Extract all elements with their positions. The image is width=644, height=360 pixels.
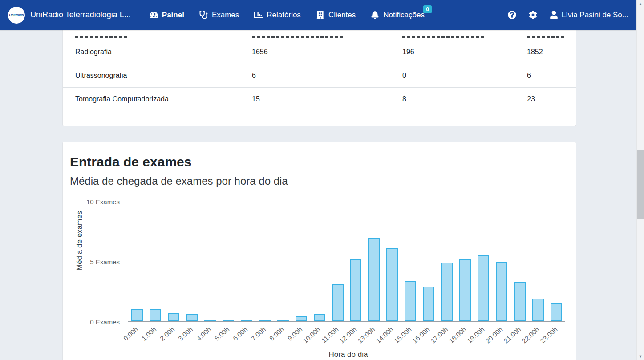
x-axis-tick-label: 19:00h [466,325,486,344]
notifications-badge: 0 [423,5,432,13]
bar-0:00h[interactable] [131,309,143,321]
bell-icon [371,11,379,19]
user-menu[interactable]: Lívia Pasini de So... [550,11,628,20]
bar-15:00h[interactable] [405,281,416,321]
bar-14:00h[interactable] [386,248,398,321]
clipped-header-text [75,36,128,38]
nav-label: Painel [162,11,184,20]
table-header-clipped [63,30,576,40]
table-cell-value: 6 [527,72,576,80]
x-axis-tick-label: 16:00h [411,325,431,344]
user-name: Lívia Pasini de So... [562,11,628,20]
bar-23:00h[interactable] [551,303,562,321]
bar-4:00h[interactable] [204,320,216,321]
brand[interactable]: UniRadio UniRadio Telerradiologia L... [8,7,131,24]
bar-13:00h[interactable] [368,238,380,321]
y-axis-tick-label: 5 Exames [90,258,120,266]
scroll-up-button[interactable]: ▲ [637,0,644,8]
bar-9:00h[interactable] [296,316,307,321]
bar-21:00h[interactable] [514,282,526,321]
bar-22:00h[interactable] [532,299,544,321]
table-cell-value: 15 [252,95,402,103]
x-axis-tick-label: 14:00h [374,325,394,344]
bar-1:00h[interactable] [150,309,161,321]
x-axis-tick-label: 7:00h [250,325,267,342]
user-icon [550,11,558,19]
nav-label: Relatórios [267,11,301,20]
x-axis-tick-label: 21:00h [502,325,522,344]
x-axis-tick-label: 2:00h [158,325,176,342]
scroll-down-button[interactable]: ▼ [637,352,644,360]
scroll-down-icon: ▼ [639,354,643,359]
bar-7:00h[interactable] [259,320,271,321]
nav-item-exames[interactable]: Exames [199,11,239,20]
nav-label: Clientes [328,11,356,20]
nav-item-painel[interactable]: Painel [150,11,184,20]
bar-3:00h[interactable] [186,314,198,321]
vertical-scrollbar[interactable]: ▲ ▼ [636,0,644,360]
chart-plot [128,202,565,322]
nav-item-relatorios[interactable]: Relatórios [254,11,301,20]
navbar-right: Lívia Pasini de So... [508,11,628,20]
x-axis-tick-label: 4:00h [195,325,212,342]
x-axis-tick-label: 1:00h [140,325,158,342]
x-axis-tick-label: 5:00h [213,325,231,342]
gear-icon [529,11,537,19]
x-axis-tick-label: 18:00h [447,325,467,344]
scroll-up-icon: ▲ [639,2,643,6]
table-cell-value: 23 [527,95,576,103]
scrollbar-thumb[interactable] [637,150,644,219]
bar-12:00h[interactable] [350,259,361,321]
x-axis-tick-label: 12:00h [338,325,358,344]
y-axis-tick-label: 10 Exames [86,198,120,206]
x-axis-tick-label: 17:00h [429,325,449,344]
table-cell-value: 0 [402,72,527,80]
nav-item-notificacoes[interactable]: Notificações 0 [371,11,425,20]
y-axis-labels: 0 Exames5 Exames10 Exames [70,202,124,322]
x-axis-tick-label: 9:00h [286,325,304,342]
table-cell-exam-type: Ultrassonografia [63,72,252,80]
x-axis-tick-label: 22:00h [520,325,540,344]
x-axis-title: Hora do dia [128,350,569,359]
stethoscope-icon [199,11,208,19]
bar-2:00h[interactable] [168,313,179,321]
table-cell-exam-type: Tomografia Computadorizada [63,95,252,103]
clipped-header-text [402,36,485,38]
bar-10:00h[interactable] [314,314,325,321]
settings-button[interactable] [529,11,537,19]
bar-8:00h[interactable] [277,320,289,321]
x-axis-tick-label: 20:00h [484,325,504,344]
x-axis-tick-label: 8:00h [268,325,285,342]
x-axis-tick-label: 0:00h [122,325,139,342]
y-axis-tick-label: 0 Exames [90,318,120,326]
help-icon [508,11,516,19]
bar-20:00h[interactable] [496,262,507,322]
main-content: Radiografia 1656 196 1852 Ultrassonograf… [0,30,636,360]
gridline [128,202,565,202]
table-row: Tomografia Computadorizada 15 8 23 [63,88,576,111]
table-cell-value: 6 [252,72,402,80]
bar-chart-icon [254,11,263,19]
bar-16:00h[interactable] [423,287,434,321]
bar-chart: Média de exames 0 Exames5 Exames10 Exame… [70,202,569,322]
top-navbar: UniRadio UniRadio Telerradiologia L... P… [0,0,636,30]
nav-item-clientes[interactable]: Clientes [316,11,356,20]
help-button[interactable] [508,11,516,19]
clipped-header-text [527,36,566,38]
bar-6:00h[interactable] [241,320,252,321]
bar-5:00h[interactable] [223,320,234,321]
x-axis-tick-label: 15:00h [393,325,413,344]
x-axis-tick-label: 3:00h [177,325,194,342]
bar-19:00h[interactable] [478,255,489,321]
dashboard-icon [150,11,158,19]
bar-11:00h[interactable] [332,284,344,321]
nav-label: Notificações [383,11,425,20]
x-axis-labels: 0:00h1:00h2:00h3:00h4:00h5:00h6:00h7:00h… [128,322,565,349]
nav-label: Exames [212,11,239,20]
bar-17:00h[interactable] [441,263,453,321]
summary-table-card: Radiografia 1656 196 1852 Ultrassonograf… [62,30,576,126]
bar-18:00h[interactable] [459,259,471,321]
logo-text: UniRadio [9,13,24,17]
table-row: Radiografia 1656 196 1852 [63,40,576,64]
table-cell-value: 1656 [252,48,402,56]
